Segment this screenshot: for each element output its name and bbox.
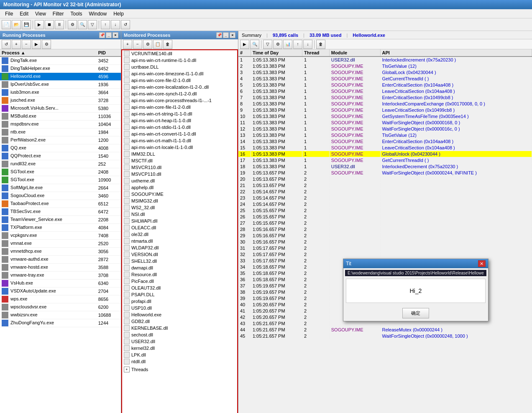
list-item[interactable]: WS2_32.dll [122, 204, 237, 211]
list-item[interactable]: api-ms-win-core-localization-l1-2-0..dll [122, 84, 237, 90]
table-row[interactable]: SGTool.exe 2408 [0, 168, 121, 176]
list-item[interactable]: apphelp.dll [122, 184, 237, 191]
list-item[interactable]: api-ms-win-crt-locale-l1-1-0.dll [122, 144, 237, 151]
list-item[interactable]: dwmapi.dll [122, 264, 237, 271]
table-row[interactable]: 29 1:05:16.657 PM 2 [238, 233, 532, 239]
proc-add[interactable]: + [12, 40, 21, 49]
list-item[interactable]: ucrtbase.DLL [122, 64, 237, 70]
table-row[interactable]: 25 1:05:15.657 PM 2 [238, 208, 532, 214]
list-item[interactable]: VERSION.dll [122, 251, 237, 258]
rt-up[interactable]: ↑ [293, 40, 302, 49]
table-row[interactable]: MSBuild.exe 11036 [0, 113, 121, 121]
new-btn[interactable]: 📄 [2, 20, 11, 29]
list-item[interactable]: Helloworld.exe [122, 311, 237, 318]
mid-minimize-btn[interactable]: _ [223, 32, 229, 38]
table-row[interactable]: 45 1:05:21.657 PM 2 WaitForSingleObject … [238, 333, 532, 339]
table-row[interactable]: 14 1:05:13.383 PM 1 SOGOUPY.IME EnterCri… [238, 139, 532, 145]
table-row[interactable]: 27 1:05:15.657 PM 2 [238, 220, 532, 226]
table-row[interactable]: 21 1:05:13.657 PM 2 [238, 182, 532, 189]
thread-header[interactable]: + Threads [124, 366, 235, 373]
list-item[interactable]: api-ms-win-core-synch-l1-2-0.dll [122, 90, 237, 97]
table-row[interactable]: 2 1:05:13.383 PM 1 SOGOUPY.IME TlsGetVal… [238, 63, 532, 69]
table-row[interactable]: jusched.exe 3728 [0, 97, 121, 105]
table-row[interactable]: 28 1:05:16.657 PM 2 [238, 226, 532, 233]
list-item[interactable]: PicFace.dll [122, 278, 237, 285]
table-row[interactable]: 11 1:05:13.383 PM 1 SOGOUPY.IME WaitForS… [238, 120, 532, 126]
list-item[interactable]: sechost.dll [122, 331, 237, 338]
table-row[interactable]: SoftMgrLite.exe 2664 [0, 184, 121, 192]
table-row[interactable]: 6 1:05:13.383 PM 1 SOGOUPY.IME LeaveCrit… [238, 88, 532, 95]
table-row[interactable]: TaobaoProtect.exe 6512 [0, 200, 121, 208]
list-item[interactable]: kernel32.dll [122, 345, 237, 351]
table-row[interactable]: vmware-authd.exe 2872 [0, 256, 121, 264]
list-item[interactable]: ntdll.dll [122, 358, 237, 365]
table-row[interactable]: 4 1:05:13.383 PM 1 SOGOUPY.IME GetCurren… [238, 76, 532, 82]
table-row[interactable]: 3 1:05:13.383 PM 1 SOGOUPY.IME GlobalLoc… [238, 69, 532, 76]
monitor-btn[interactable]: ▶ [35, 20, 44, 29]
proc-remove[interactable]: − [22, 40, 31, 49]
mid-filter[interactable]: ⚙ [143, 40, 152, 49]
list-item[interactable]: LPK.dll [122, 351, 237, 358]
stop-btn[interactable]: ⏹ [45, 20, 54, 29]
rt-filter1[interactable]: ▽ [263, 40, 272, 49]
list-item[interactable]: OLEAUT32.dll [122, 285, 237, 291]
mid-add[interactable]: + [123, 40, 132, 49]
proc-refresh[interactable]: ↺ [2, 40, 11, 49]
list-item[interactable]: NSI.dll [122, 211, 237, 218]
table-row[interactable]: 17 1:05:13.383 PM 1 SOGOUPY.IME GetCurre… [238, 157, 532, 164]
list-item[interactable]: PSAPI.DLL [122, 291, 237, 298]
list-item[interactable]: OLEACC.dll [122, 224, 237, 231]
search-btn[interactable]: 🔍 [78, 20, 87, 29]
open-btn[interactable]: 📂 [12, 20, 21, 29]
list-item[interactable]: Resource.dll [122, 271, 237, 278]
table-row[interactable]: vmnetdhcp.exe 3056 [0, 248, 121, 256]
menu-edit[interactable]: Edit [16, 10, 32, 18]
table-row[interactable]: 7 1:05:13.383 PM 1 SOGOUPY.IME EnterCrit… [238, 95, 532, 101]
table-row[interactable]: rundll32.exe 252 [0, 160, 121, 168]
table-row[interactable]: 24 1:05:14.657 PM 2 [238, 201, 532, 208]
popup-close-btn[interactable]: ✕ [478, 260, 486, 267]
mid-close-btn[interactable]: × [230, 32, 235, 38]
table-row[interactable]: PerfWatson2.exe 1200 [0, 136, 121, 144]
list-item[interactable]: MSVCP110.dll [122, 171, 237, 177]
list-item[interactable]: IMM32.DLL [122, 151, 237, 157]
table-row[interactable]: DingTalk.exe 3452 [0, 56, 121, 65]
col-module[interactable]: Module [329, 49, 380, 56]
list-item[interactable]: ole32.dll [122, 231, 237, 238]
table-row[interactable]: ntb.exe 1984 [0, 128, 121, 136]
table-row[interactable]: QQProtect.exe 1540 [0, 152, 121, 160]
table-row[interactable]: 22 1:05:14.657 PM 2 [238, 189, 532, 195]
list-item[interactable]: uxtheme.dll [122, 177, 237, 184]
mid-clear[interactable]: 🗑 [163, 40, 172, 49]
proc-monitor[interactable]: ▶ [32, 40, 41, 49]
api-table-container[interactable]: # Time of Day Thread Module API 1 1:05:1… [238, 49, 532, 413]
table-row[interactable]: wwbizsrv.exe 10688 [0, 311, 121, 319]
table-row[interactable]: 18 1:05:13.383 PM 1 USER32.dll Interlock… [238, 164, 532, 170]
table-row[interactable]: 1 1:05:13.383 PM 1 USER32.dll Interlocke… [238, 56, 532, 63]
rt-filter2[interactable]: ⚙ [273, 40, 282, 49]
table-row[interactable]: iusb3mon.exe 3664 [0, 89, 121, 97]
table-row[interactable]: wps.exe 8656 [0, 295, 121, 303]
refresh-btn[interactable]: ↺ [121, 20, 130, 29]
table-row[interactable]: SogouCloud.exe 3460 [0, 192, 121, 200]
process-list-container[interactable]: Process ▲ PID DingTalk.exe 3452 DingTalk… [0, 49, 121, 413]
table-row[interactable]: 10 1:05:13.383 PM 1 SOGOUPY.IME GetSyste… [238, 113, 532, 120]
table-row[interactable]: 30 1:05:16.657 PM 2 [238, 239, 532, 245]
table-row[interactable]: IpOverUsbSvc.exe 1936 [0, 81, 121, 89]
rt-play[interactable]: ▶ [240, 40, 249, 49]
list-item[interactable]: ntmarta.dll [122, 238, 237, 244]
popup-titlebar[interactable]: Tit ✕ [343, 259, 488, 268]
menu-file[interactable]: File [2, 10, 16, 18]
col-thread[interactable]: Thread [302, 49, 329, 56]
list-item[interactable]: USP10.dll [122, 305, 237, 311]
table-row[interactable]: 19 1:05:13.657 PM 2 SOGOUPY.IME WaitForS… [238, 170, 532, 176]
list-item[interactable]: api-ms-win-crt-convert-l1-1-0.dll [122, 131, 237, 137]
table-row[interactable]: Helloworld.exe 4596 [0, 73, 121, 81]
down-btn[interactable]: ↓ [111, 20, 120, 29]
list-item[interactable]: GDB2.dll [122, 318, 237, 325]
table-row[interactable]: 9 1:05:13.383 PM 1 SOGOUPY.IME LeaveCrit… [238, 107, 532, 113]
list-item[interactable]: VCRUNTIME140.dll [122, 50, 237, 57]
table-row[interactable]: QQ.exe 4008 [0, 144, 121, 152]
table-row[interactable]: 16 1:05:13.383 PM 1 SOGOUPY.IME GlobalUn… [238, 151, 532, 157]
table-row[interactable]: ZhuDongFangYu.exe 1244 [0, 319, 121, 327]
